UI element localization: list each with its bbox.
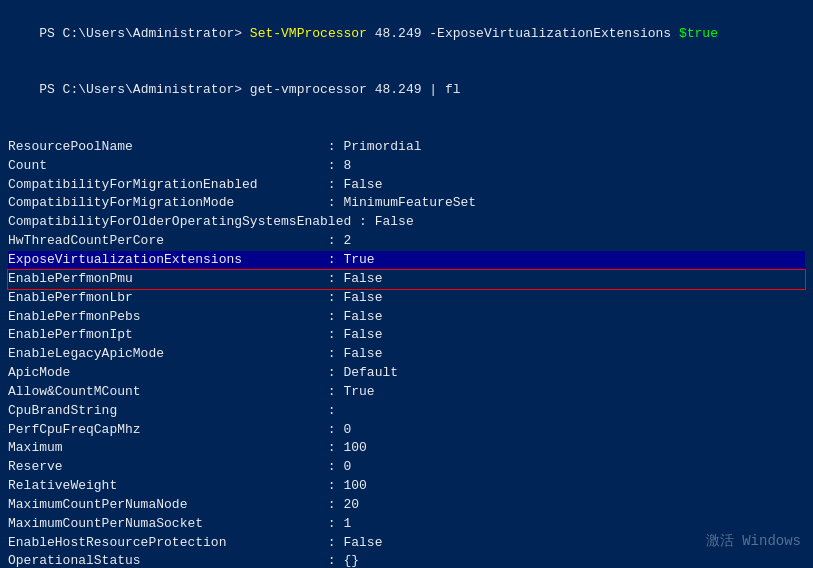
prop-name: ResourcePoolName: [8, 139, 320, 154]
prop-sep: :: [320, 422, 343, 437]
property-row: Maximum : 100: [8, 439, 805, 458]
prop-value: 1: [343, 516, 351, 531]
prop-value: False: [343, 346, 382, 361]
prop-sep: :: [320, 309, 343, 324]
prop-name: EnablePerfmonPmu: [8, 271, 320, 286]
prop-value: False: [343, 327, 382, 342]
properties-list: ResourcePoolName : PrimordialCount : 8Co…: [8, 138, 805, 568]
prop-sep: :: [320, 327, 343, 342]
prop-value: 8: [343, 158, 351, 173]
prop-name: MaximumCountPerNumaNode: [8, 497, 320, 512]
prop-name: RelativeWeight: [8, 478, 320, 493]
terminal: PS C:\Users\Administrator> Set-VMProcess…: [0, 0, 813, 568]
prop-value: False: [343, 309, 382, 324]
prop-sep: :: [320, 195, 343, 210]
prop-sep: :: [320, 553, 343, 568]
prop-sep: :: [320, 440, 343, 455]
prop-name: EnableLegacyApicMode: [8, 346, 320, 361]
property-row: RelativeWeight : 100: [8, 477, 805, 496]
prop-value: False: [343, 290, 382, 305]
prop-name: ExposeVirtualizationExtensions: [8, 252, 320, 267]
prop-value: False: [343, 535, 382, 550]
prop-sep: :: [320, 139, 343, 154]
property-row: Reserve : 0: [8, 458, 805, 477]
prop-value: False: [343, 177, 382, 192]
prop-name: CompatibilityForOlderOperatingSystems​En…: [8, 214, 351, 229]
property-row: MaximumCountPerNumaSocket : 1: [8, 515, 805, 534]
prop-sep: :: [320, 233, 343, 248]
property-row: PerfCpuFreqCapMhz : 0: [8, 421, 805, 440]
cmd-set-vmprocessor: Set-VMProcessor: [242, 26, 367, 41]
prop-sep: :: [320, 252, 343, 267]
prop-value: 0: [343, 422, 351, 437]
property-row: ApicMode : Default: [8, 364, 805, 383]
prop-sep: :: [320, 346, 343, 361]
prop-sep: :: [351, 214, 374, 229]
prop-value: 100: [343, 440, 366, 455]
prompt-1: PS C:\Users\Administrator>: [39, 26, 242, 41]
prop-name: Reserve: [8, 459, 320, 474]
property-row: Allow&CountMCount : True: [8, 383, 805, 402]
prop-name: EnablePerfmonLbr: [8, 290, 320, 305]
property-row: ExposeVirtualizationExtensions : True: [8, 251, 805, 270]
prop-value: True: [343, 252, 374, 267]
prop-name: Count: [8, 158, 320, 173]
prop-sep: :: [320, 403, 343, 418]
prop-value: False: [343, 271, 382, 286]
prop-sep: :: [320, 290, 343, 305]
property-row: HwThreadCountPerCore : 2: [8, 232, 805, 251]
prop-value: Default: [343, 365, 398, 380]
prop-value: False: [375, 214, 414, 229]
property-row: OperationalStatus : {}: [8, 552, 805, 568]
prop-name: MaximumCountPerNumaSocket: [8, 516, 320, 531]
cmd-true-value: $true: [679, 26, 718, 41]
prop-name: EnableHostResourceProtection: [8, 535, 320, 550]
prop-name: EnablePerfmonIpt: [8, 327, 320, 342]
prop-value: MinimumFeatureSet: [343, 195, 476, 210]
property-row: EnablePerfmonLbr : False: [8, 289, 805, 308]
prop-sep: :: [320, 158, 343, 173]
prop-name: Allow&CountMCount: [8, 384, 320, 399]
prop-value: 100: [343, 478, 366, 493]
property-row: CpuBrandString :: [8, 402, 805, 421]
prop-sep: :: [320, 535, 343, 550]
prop-sep: :: [320, 384, 343, 399]
prop-value: 20: [343, 497, 359, 512]
prop-sep: :: [320, 478, 343, 493]
command-line-2: PS C:\Users\Administrator> get-vmprocess…: [8, 63, 805, 120]
cmd-flag: -ExposeVirtualizationExtensions: [429, 26, 671, 41]
property-row: Count : 8: [8, 157, 805, 176]
prop-value: Primordial: [343, 139, 421, 154]
prop-value: 0: [343, 459, 351, 474]
command-line-1: PS C:\Users\Administrator> Set-VMProcess…: [8, 6, 805, 63]
prop-name: Maximum: [8, 440, 320, 455]
prop-sep: :: [320, 516, 343, 531]
prop-name: CompatibilityForMigrationEnabled: [8, 177, 320, 192]
prop-name: PerfCpuFreqCapMhz: [8, 422, 320, 437]
prompt-2: PS C:\Users\Administrator>: [39, 82, 242, 97]
prop-name: OperationalStatus: [8, 553, 320, 568]
cmd-param-1: 48.249: [367, 26, 429, 41]
property-row: MaximumCountPerNumaNode : 20: [8, 496, 805, 515]
property-row: EnablePerfmonPmu : False: [8, 270, 805, 289]
prop-name: ApicMode: [8, 365, 320, 380]
prop-sep: :: [320, 497, 343, 512]
prop-value: 2: [343, 233, 351, 248]
prop-name: HwThreadCountPerCore: [8, 233, 320, 248]
property-row: EnableLegacyApicMode : False: [8, 345, 805, 364]
prop-name: CpuBrandString: [8, 403, 320, 418]
windows-activation: 激活 Windows: [706, 532, 801, 550]
property-row: CompatibilityForMigrationEnabled : False: [8, 176, 805, 195]
prop-sep: :: [320, 177, 343, 192]
property-row: EnablePerfmonIpt : False: [8, 326, 805, 345]
property-row: ResourcePoolName : Primordial: [8, 138, 805, 157]
property-row: EnableHostResourceProtection : False: [8, 534, 805, 553]
prop-name: EnablePerfmonPebs: [8, 309, 320, 324]
prop-sep: :: [320, 459, 343, 474]
property-row: CompatibilityForMigrationMode : MinimumF…: [8, 194, 805, 213]
property-row: CompatibilityForOlderOperatingSystems​En…: [8, 213, 805, 232]
property-row: EnablePerfmonPebs : False: [8, 308, 805, 327]
prop-name: CompatibilityForMigrationMode: [8, 195, 320, 210]
cmd-get-vmprocessor: get-vmprocessor 48.249 | fl: [242, 82, 460, 97]
prop-sep: :: [320, 271, 343, 286]
